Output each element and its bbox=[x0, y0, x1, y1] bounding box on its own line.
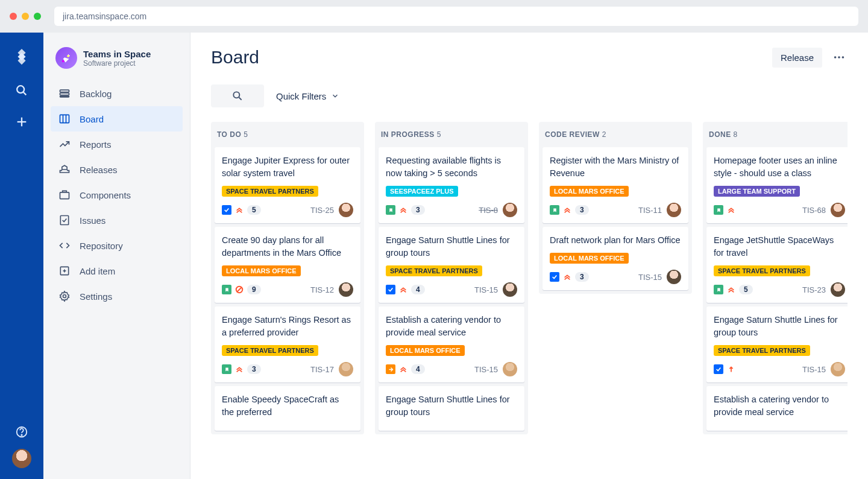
task-type-icon bbox=[714, 364, 723, 374]
issue-key[interactable]: TIS-15 bbox=[802, 365, 826, 374]
task-type-icon bbox=[222, 205, 231, 215]
minimize-window-button[interactable] bbox=[22, 13, 29, 20]
issue-card[interactable]: Requesting available flights is now taki… bbox=[379, 147, 524, 223]
issue-key[interactable]: TIS-15 bbox=[474, 365, 498, 374]
sidebar-item-releases[interactable]: Releases bbox=[51, 157, 183, 182]
board-icon bbox=[58, 112, 71, 125]
epic-label[interactable]: LOCAL MARS OFFICE bbox=[222, 265, 301, 276]
issue-card[interactable]: Register with the Mars Ministry of Reven… bbox=[542, 147, 688, 223]
sidebar-item-issues[interactable]: Issues bbox=[51, 208, 183, 233]
assignee-avatar[interactable] bbox=[831, 203, 845, 217]
maximize-window-button[interactable] bbox=[34, 13, 41, 20]
assignee-avatar[interactable] bbox=[339, 282, 353, 297]
priority-highest-icon bbox=[235, 206, 244, 214]
card-title: Enable Speedy SpaceCraft as the preferre… bbox=[222, 393, 353, 419]
url-bar[interactable]: jira.teamsinspace.com bbox=[54, 7, 858, 26]
story-type-icon bbox=[222, 364, 231, 374]
column-header: CODE REVIEW 2 bbox=[539, 122, 692, 147]
create-icon[interactable] bbox=[13, 113, 30, 130]
issue-key[interactable]: TIS-23 bbox=[802, 285, 826, 294]
column-name: TO DO bbox=[217, 130, 241, 139]
column-body[interactable]: Homepage footer uses an inline style - s… bbox=[703, 147, 848, 434]
story-type-icon bbox=[714, 205, 723, 215]
close-window-button[interactable] bbox=[10, 13, 17, 20]
task-type-icon bbox=[550, 272, 559, 282]
main-content: Board Release Quick Filters TO DO 5 Enga bbox=[190, 33, 868, 479]
sidebar-item-label: Issues bbox=[80, 215, 105, 226]
issue-key[interactable]: TIS-11 bbox=[638, 206, 662, 215]
components-icon bbox=[58, 188, 71, 201]
sidebar-item-label: Repository bbox=[80, 241, 123, 251]
issues-icon bbox=[58, 214, 71, 227]
issue-card[interactable]: Establish a catering vendor to provide m… bbox=[379, 306, 524, 382]
svg-point-21 bbox=[838, 56, 840, 59]
issue-card[interactable]: Engage Jupiter Express for outer solar s… bbox=[215, 147, 360, 223]
sidebar-item-label: Backlog bbox=[80, 89, 112, 99]
jira-logo-icon[interactable] bbox=[11, 46, 33, 68]
sidebar-item-repository[interactable]: Repository bbox=[51, 233, 183, 258]
board-column: DONE 8 Homepage footer uses an inline st… bbox=[703, 122, 848, 479]
assignee-avatar[interactable] bbox=[667, 203, 681, 217]
issue-key[interactable]: TIS-68 bbox=[802, 206, 826, 215]
project-header[interactable]: Teams in Space Software project bbox=[51, 47, 183, 81]
assignee-avatar[interactable] bbox=[503, 282, 517, 297]
assignee-avatar[interactable] bbox=[339, 362, 353, 376]
epic-label[interactable]: LOCAL MARS OFFICE bbox=[386, 345, 465, 356]
issue-card[interactable]: Create 90 day plans for all departments … bbox=[215, 227, 360, 303]
epic-label[interactable]: SEESPACEEZ PLUS bbox=[386, 186, 458, 197]
assignee-avatar[interactable] bbox=[667, 270, 681, 284]
priority-highest-icon bbox=[235, 365, 244, 373]
sidebar-item-settings[interactable]: Settings bbox=[51, 284, 183, 309]
issue-key[interactable]: TIS-25 bbox=[310, 206, 334, 215]
svg-rect-10 bbox=[60, 115, 69, 122]
sidebar-item-add[interactable]: Add item bbox=[51, 258, 183, 284]
search-icon[interactable] bbox=[13, 82, 30, 99]
release-button[interactable]: Release bbox=[772, 48, 822, 68]
issue-key[interactable]: TIS-12 bbox=[310, 285, 334, 294]
epic-label[interactable]: LOCAL MARS OFFICE bbox=[550, 253, 629, 264]
epic-label[interactable]: SPACE TRAVEL PARTNERS bbox=[222, 186, 318, 197]
svg-point-20 bbox=[834, 56, 837, 59]
epic-label[interactable]: LOCAL MARS OFFICE bbox=[550, 186, 629, 197]
assignee-avatar[interactable] bbox=[339, 203, 353, 217]
issue-card[interactable]: Enable Speedy SpaceCraft as the preferre… bbox=[215, 386, 360, 431]
issue-key[interactable]: TIS-8 bbox=[479, 206, 498, 215]
sidebar-item-board[interactable]: Board bbox=[51, 106, 183, 132]
sidebar-item-components[interactable]: Components bbox=[51, 182, 183, 208]
column-body[interactable]: Register with the Mars Ministry of Reven… bbox=[539, 147, 692, 294]
help-icon[interactable] bbox=[13, 423, 30, 440]
epic-label[interactable]: LARGE TEAM SUPPORT bbox=[714, 186, 800, 197]
issue-key[interactable]: TIS-15 bbox=[474, 285, 498, 294]
column-count: 5 bbox=[244, 130, 248, 139]
epic-label[interactable]: SPACE TRAVEL PARTNERS bbox=[714, 265, 810, 276]
issue-card[interactable]: Engage JetShuttle SpaceWays for travel S… bbox=[706, 227, 848, 303]
issue-card[interactable]: Establish a catering vendor to provide m… bbox=[706, 386, 848, 431]
issue-key[interactable]: TIS-17 bbox=[310, 365, 334, 374]
epic-label[interactable]: SPACE TRAVEL PARTNERS bbox=[222, 345, 318, 356]
epic-label[interactable]: SPACE TRAVEL PARTNERS bbox=[386, 265, 482, 276]
issue-card[interactable]: Engage Saturn Shuttle Lines for group to… bbox=[379, 227, 524, 303]
assignee-avatar[interactable] bbox=[831, 362, 845, 376]
issue-card[interactable]: Homepage footer uses an inline style - s… bbox=[706, 147, 848, 223]
epic-label[interactable]: SPACE TRAVEL PARTNERS bbox=[714, 345, 810, 356]
sidebar-item-reports[interactable]: Reports bbox=[51, 132, 183, 157]
issue-card[interactable]: Engage Saturn Shuttle Lines for group to… bbox=[706, 306, 848, 382]
board-search-input[interactable] bbox=[211, 84, 264, 107]
quick-filters-dropdown[interactable]: Quick Filters bbox=[276, 91, 339, 101]
card-title: Create 90 day plans for all departments … bbox=[222, 234, 353, 259]
issue-card[interactable]: Engage Saturn's Rings Resort as a prefer… bbox=[215, 306, 360, 382]
column-body[interactable]: Engage Jupiter Express for outer solar s… bbox=[211, 147, 364, 434]
priority-blocker-icon bbox=[235, 285, 244, 294]
column-body[interactable]: Requesting available flights is now taki… bbox=[375, 147, 528, 434]
assignee-avatar[interactable] bbox=[831, 282, 845, 297]
issue-card[interactable]: Draft network plan for Mars Office LOCAL… bbox=[542, 227, 688, 290]
priority-high-icon bbox=[727, 365, 735, 373]
column-count: 5 bbox=[437, 130, 441, 139]
profile-avatar[interactable] bbox=[12, 449, 31, 468]
sidebar-item-backlog[interactable]: Backlog bbox=[51, 81, 183, 106]
issue-key[interactable]: TIS-15 bbox=[638, 273, 662, 282]
issue-card[interactable]: Engage Saturn Shuttle Lines for group to… bbox=[379, 386, 524, 431]
more-actions-icon[interactable] bbox=[831, 49, 848, 66]
assignee-avatar[interactable] bbox=[503, 203, 517, 217]
assignee-avatar[interactable] bbox=[503, 362, 517, 376]
